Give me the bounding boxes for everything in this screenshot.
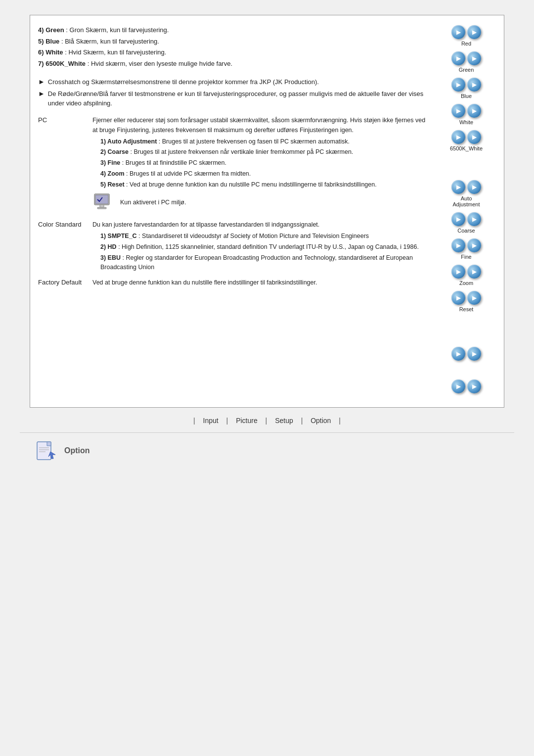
zoom-btn-row: ▶ ▶	[451, 265, 481, 279]
pc-intro: Fjerner eller reducerer støj som forårsa…	[92, 115, 432, 135]
red-btn-group: ▶ ▶ Red	[451, 25, 481, 48]
svg-rect-1	[95, 195, 108, 204]
bullet-2: ► De Røde/Grønne/Blå farver til testmons…	[38, 89, 432, 108]
nav-option[interactable]: Option	[311, 417, 331, 425]
factory-btn-row: ▶ ▶	[451, 379, 481, 393]
nav-input[interactable]: Input	[203, 417, 219, 425]
6500k-right-btn[interactable]: ▶	[467, 130, 481, 144]
pc-item-1: 1) Auto Adjustment : Bruges til at juste…	[100, 137, 432, 146]
blue-btn-group: ▶ ▶ Blue	[451, 78, 481, 101]
fine-btn-group: ▶ ▶ Fine	[451, 238, 481, 262]
zoom-btn-group: ▶ ▶ Zoom	[451, 265, 481, 288]
zoom-left-btn[interactable]: ▶	[451, 265, 465, 279]
pc-item-4: 4) Zoom : Bruges til at udvide PC skærme…	[100, 169, 432, 179]
nav-picture[interactable]: Picture	[236, 417, 258, 425]
red-right-btn[interactable]: ▶	[467, 25, 481, 39]
nav-sep-3: |	[301, 417, 303, 425]
bullet-1-text: Crosshatch og Skærmstørrelsesmonstrene t…	[48, 77, 319, 87]
left-arrow: ▶	[456, 184, 460, 190]
nav-sep-1: |	[226, 417, 228, 425]
white-left-btn[interactable]: ▶	[451, 104, 465, 118]
fine-left-btn[interactable]: ▶	[451, 238, 465, 252]
factory-default-section: Factory Default Ved at bruge denne funkt…	[38, 278, 432, 287]
pc-section: PC Fjerner eller reducerer støj som forå…	[38, 115, 432, 216]
left-arrow: ▶	[456, 216, 460, 223]
main-content: 4) Green : Gron Skærm, kun til farvejust…	[38, 25, 496, 397]
left-arrow: ▶	[456, 55, 460, 62]
white-label: White	[459, 119, 473, 125]
left-arrow: ▶	[456, 108, 460, 114]
nav-sep-0: |	[193, 417, 195, 425]
white-right-btn[interactable]: ▶	[467, 104, 481, 118]
green-right-btn[interactable]: ▶	[467, 51, 481, 65]
reset-btn-row: ▶ ▶	[451, 291, 481, 305]
blue-right-btn[interactable]: ▶	[467, 78, 481, 92]
auto-adj-left-btn[interactable]: ▶	[451, 180, 465, 194]
pc-item-5: 5) Reset : Ved at bruge denne funktion k…	[100, 180, 432, 189]
auto-adj-btn-row: ▶ ▶	[451, 180, 481, 194]
svg-rect-2	[100, 205, 104, 207]
white-btn-group: ▶ ▶ White	[451, 104, 481, 127]
left-col: 4) Green : Gron Skærm, kun til farvejust…	[38, 25, 437, 397]
fine-right-btn[interactable]: ▶	[467, 238, 481, 252]
option-section: Option	[35, 441, 514, 461]
reset-label: Reset	[459, 306, 474, 312]
color-item-4: 4) Green : Gron Skærm, kun til farvejust…	[38, 25, 432, 35]
nav-setup[interactable]: Setup	[275, 417, 293, 425]
auto-adj-label: AutoAdjustment	[452, 195, 480, 207]
green-label: Green	[459, 67, 474, 73]
left-arrow: ▶	[456, 134, 460, 141]
blue-left-btn[interactable]: ▶	[451, 78, 465, 92]
color-standard-intro: Du kan justere farvestandarden for at ti…	[92, 220, 432, 230]
page-container: 4) Green : Gron Skærm, kun til farvejust…	[0, 0, 534, 756]
green-left-btn[interactable]: ▶	[451, 51, 465, 65]
section-divider	[20, 432, 514, 433]
red-label: Red	[461, 41, 471, 47]
left-arrow: ▶	[456, 242, 460, 249]
fine-label: Fine	[461, 254, 471, 260]
reset-right-btn[interactable]: ▶	[467, 291, 481, 305]
factory-left-btn[interactable]: ▶	[451, 379, 465, 393]
bullet-arrow-2: ►	[38, 89, 45, 99]
coarse-left-btn[interactable]: ▶	[451, 212, 465, 226]
left-arrow: ▶	[456, 351, 460, 357]
auto-adj-right-btn[interactable]: ▶	[467, 180, 481, 194]
left-arrow: ▶	[456, 269, 460, 275]
main-box: 4) Green : Gron Skærm, kun til farvejust…	[30, 15, 504, 408]
factory-default-desc: Ved at bruge denne funktion kan du nulst…	[92, 278, 432, 287]
cs-item-3: 3) EBU : Regler og standarder for Europe…	[100, 253, 432, 272]
reset-btn-group: ▶ ▶ Reset	[451, 291, 481, 314]
option-page-svg	[35, 441, 59, 461]
color-std-right-btn[interactable]: ▶	[467, 347, 481, 361]
blue-btn-row: ▶ ▶	[451, 78, 481, 92]
coarse-right-btn[interactable]: ▶	[467, 212, 481, 226]
red-btn-row: ▶ ▶	[451, 25, 481, 39]
bullet-arrow-1: ►	[38, 77, 45, 87]
color-item-6: 6) White : Hvid Skærm, kun til farvejust…	[38, 47, 432, 57]
right-arrow: ▶	[472, 351, 476, 357]
coarse-btn-row: ▶ ▶	[451, 212, 481, 226]
nav-sep-4: |	[339, 417, 341, 425]
pc-content: Fjerner eller reducerer støj som forårsa…	[92, 115, 432, 216]
color-std-left-btn[interactable]: ▶	[451, 347, 465, 361]
coarse-label: Coarse	[457, 228, 475, 234]
bullet-1: ► Crosshatch og Skærmstørrelsesmonstrene…	[38, 77, 432, 87]
fine-btn-row: ▶ ▶	[451, 238, 481, 252]
color-standard-list: 1) SMPTE_C : Standardiseret til videouds…	[100, 232, 432, 272]
6500k-left-btn[interactable]: ▶	[451, 130, 465, 144]
reset-left-btn[interactable]: ▶	[451, 291, 465, 305]
right-arrow: ▶	[472, 383, 476, 390]
color-std-btn-row: ▶ ▶	[451, 347, 481, 361]
zoom-right-btn[interactable]: ▶	[467, 265, 481, 279]
right-arrow: ▶	[472, 184, 476, 190]
factory-right-btn[interactable]: ▶	[467, 379, 481, 393]
pc-note-text: Kun aktiveret i PC miljø.	[120, 197, 186, 207]
right-arrow: ▶	[472, 82, 476, 88]
red-left-btn[interactable]: ▶	[451, 25, 465, 39]
left-arrow: ▶	[456, 82, 460, 88]
white-btn-row: ▶ ▶	[451, 104, 481, 118]
right-arrow: ▶	[472, 216, 476, 223]
right-arrow: ▶	[472, 269, 476, 275]
right-arrow: ▶	[472, 108, 476, 114]
pc-monitor-icon	[92, 193, 114, 212]
